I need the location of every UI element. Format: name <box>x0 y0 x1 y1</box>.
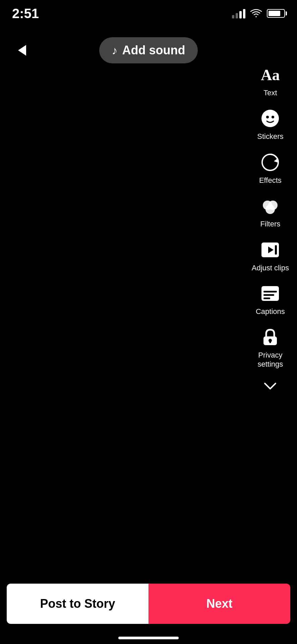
status-bar: 2:51 <box>0 0 297 27</box>
back-chevron-icon <box>18 45 26 56</box>
back-button[interactable] <box>12 40 32 60</box>
post-to-story-button[interactable]: Post to Story <box>7 584 148 624</box>
tool-filters[interactable]: Filters <box>257 192 283 231</box>
chevron-down-icon <box>263 382 277 390</box>
tool-effects-label: Effects <box>259 176 282 185</box>
next-label: Next <box>206 597 232 611</box>
tool-stickers-label: Stickers <box>257 132 283 141</box>
add-sound-label: Add sound <box>122 43 185 57</box>
tool-captions[interactable]: Captions <box>254 279 286 319</box>
bottom-buttons: Post to Story Next <box>0 584 297 624</box>
tool-privacy-settings-label: Privacysettings <box>257 351 283 369</box>
svg-rect-12 <box>263 294 274 296</box>
text-icon: Aa <box>258 63 282 87</box>
filters-icon <box>258 194 282 218</box>
stickers-icon <box>258 107 282 130</box>
privacy-icon <box>258 325 282 349</box>
tool-adjust-clips[interactable]: Adjust clips <box>250 235 290 275</box>
wifi-icon <box>250 9 262 18</box>
tool-effects[interactable]: Effects <box>257 148 283 187</box>
svg-rect-11 <box>263 291 277 292</box>
signal-icon <box>232 8 245 18</box>
svg-point-0 <box>261 110 279 127</box>
svg-point-1 <box>266 116 269 118</box>
tool-text-label: Text <box>263 89 277 97</box>
more-options-button[interactable] <box>260 379 280 393</box>
captions-icon <box>258 282 282 305</box>
right-sidebar: Aa Text Stickers Effects <box>250 60 290 393</box>
svg-rect-13 <box>263 298 270 299</box>
svg-point-6 <box>265 205 275 214</box>
status-icons <box>232 8 285 18</box>
home-indicator <box>118 637 179 639</box>
svg-rect-9 <box>275 245 277 255</box>
tool-privacy-settings[interactable]: Privacysettings <box>256 323 284 371</box>
svg-point-2 <box>272 116 274 118</box>
effects-icon <box>258 151 282 174</box>
status-time: 2:51 <box>12 6 39 21</box>
tool-filters-label: Filters <box>260 220 280 228</box>
tool-captions-label: Captions <box>256 307 285 316</box>
adjust-clips-icon <box>258 238 282 262</box>
tool-adjust-clips-label: Adjust clips <box>252 264 289 272</box>
next-button[interactable]: Next <box>148 584 290 624</box>
svg-rect-16 <box>270 340 271 343</box>
tool-stickers[interactable]: Stickers <box>256 104 285 144</box>
add-sound-button[interactable]: ♪ Add sound <box>99 37 198 63</box>
battery-icon <box>267 9 285 18</box>
post-to-story-label: Post to Story <box>40 597 115 611</box>
music-note-icon: ♪ <box>112 44 118 57</box>
tool-text[interactable]: Aa Text <box>257 60 283 100</box>
